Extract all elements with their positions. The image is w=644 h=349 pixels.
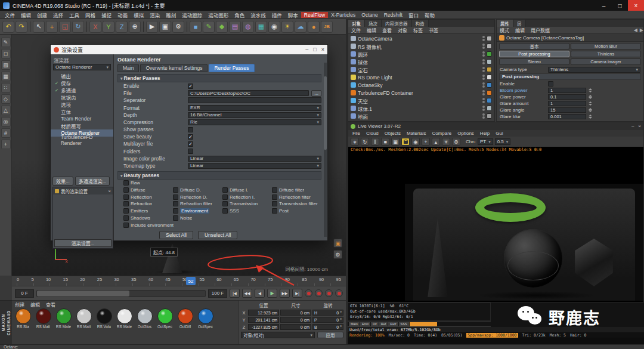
om-menu-bookmarks[interactable]: 书签 <box>426 27 441 33</box>
om-menu-file[interactable]: 文件 <box>348 27 364 33</box>
menu-mograph[interactable]: 运动图形 <box>205 11 231 18</box>
menu-window[interactable]: 窗口 <box>405 11 422 18</box>
select-tool-icon[interactable]: ↖ <box>33 21 45 33</box>
rot-b-field[interactable]: B0 ° <box>312 324 343 330</box>
tab-layers[interactable]: 层 <box>513 20 526 27</box>
prev-key-button[interactable]: ◀◀ <box>242 289 252 298</box>
visibility-dots[interactable] <box>482 98 485 103</box>
lv-minimize-button[interactable]: – <box>631 123 634 129</box>
lv-menu-help[interactable]: Help <box>477 131 493 136</box>
pause-icon[interactable]: ‖ <box>371 138 379 146</box>
visibility-dots[interactable] <box>482 106 485 111</box>
menu-snap[interactable]: 捕捉 <box>98 11 114 18</box>
pass-emitters-checkbox[interactable] <box>123 208 129 214</box>
tree-item-options[interactable]: 选项 <box>51 101 113 108</box>
tree-item-multipass[interactable]: ✓多通道 <box>51 87 113 94</box>
material-item[interactable]: OctSpec <box>156 308 174 329</box>
visibility-dots[interactable] <box>482 51 485 57</box>
material-item[interactable]: RS Matt <box>75 308 93 329</box>
my-settings-close-icon[interactable]: × <box>109 189 111 194</box>
unselect-all-button[interactable]: Unselect All <box>198 231 237 239</box>
material-item[interactable]: RS Mate <box>115 308 134 329</box>
menu-create[interactable]: 创建 <box>34 11 50 18</box>
axis-y-icon[interactable]: Y <box>103 21 114 33</box>
pass-sss-checkbox[interactable] <box>222 208 228 214</box>
tab-post-processing[interactable]: Post processing <box>499 51 569 57</box>
chip-dif[interactable]: Dif <box>371 322 379 326</box>
render-settings-icon[interactable]: ⚙ <box>172 21 184 33</box>
pos-z-field[interactable]: -1227.825 cm <box>248 324 279 330</box>
object-row-sphere-1[interactable]: 球体.1 <box>348 104 494 112</box>
dialog-titlebar[interactable]: 渲染设置 – □ × <box>51 45 327 54</box>
material-sphere[interactable] <box>178 308 193 324</box>
multipass-button[interactable]: 多通道渲染... <box>75 177 110 186</box>
tree-item-stereo[interactable]: 立体 <box>51 108 113 115</box>
seperator-field[interactable] <box>188 97 321 103</box>
material-sphere[interactable] <box>157 308 173 324</box>
undo-icon[interactable]: ↶ <box>2 21 14 33</box>
tag-chip[interactable] <box>487 82 492 88</box>
material-item[interactable]: OctSpec <box>196 308 215 329</box>
dialog-maximize-button[interactable]: □ <box>313 47 316 52</box>
stepper[interactable] <box>588 101 592 106</box>
save-beauty-checkbox[interactable]: ✓ <box>188 134 193 140</box>
snap-icon[interactable]: # <box>1 128 11 138</box>
sky-icon[interactable]: ☁ <box>295 21 306 33</box>
preview-range-slider[interactable] <box>36 290 206 297</box>
stepper[interactable] <box>588 107 592 113</box>
pp-enable-checkbox[interactable] <box>548 81 553 87</box>
mat-menu-view[interactable]: 查看 <box>46 301 55 307</box>
move-tool-icon[interactable]: + <box>46 21 58 33</box>
menu-script[interactable]: 脚本 <box>285 11 301 18</box>
render-picture-viewer-icon[interactable]: ▣ <box>159 21 171 33</box>
cube-primitive-icon[interactable]: ■ <box>190 21 202 33</box>
timeline-ruler[interactable]: 0 5 10 15 20 25 30 35 40 45 50 55 60 65 … <box>12 276 346 286</box>
include-environment-checkbox[interactable] <box>123 223 129 228</box>
deformer-icon[interactable]: ◍ <box>242 21 254 33</box>
material-tag[interactable] <box>487 59 492 64</box>
visibility-dots[interactable] <box>482 90 485 95</box>
renderer-select[interactable]: Octane Renderer <box>53 64 111 70</box>
end-frame-field[interactable]: 100 F <box>208 289 227 298</box>
pass-reflection-d-checkbox[interactable] <box>173 194 178 200</box>
file-path-field[interactable]: C:\Users\PC\Desktop\oc\OC <box>188 90 309 96</box>
glare-amount-field[interactable]: 1 <box>548 101 586 106</box>
glare-blur-field[interactable]: 0.001 <box>548 114 586 119</box>
record-position-button[interactable] <box>315 289 323 297</box>
tonemap-type-select[interactable]: Linear <box>188 163 321 169</box>
start-frame-field[interactable]: 0 F <box>15 289 34 298</box>
render-view-icon[interactable]: ▶ <box>146 21 158 33</box>
light-icon[interactable]: ☀ <box>442 138 450 146</box>
menu-xparticles[interactable]: X-Particles <box>328 12 358 18</box>
material-sphere[interactable] <box>76 308 92 324</box>
material-sphere[interactable] <box>56 308 72 324</box>
object-row-torus[interactable]: 圆环 <box>348 50 494 58</box>
chip-sss[interactable]: SSS <box>399 322 409 326</box>
menu-sculpt[interactable]: 雕刻 <box>163 11 179 18</box>
hud-gear-icon[interactable]: ⚙ <box>333 250 342 259</box>
pass-transmission-filter-checkbox[interactable] <box>272 201 277 206</box>
apply-button[interactable]: 应用 <box>317 332 343 338</box>
octane-render-icon[interactable]: ∗ <box>351 138 359 146</box>
menu-file[interactable]: 文件 <box>2 11 18 18</box>
menu-octane[interactable]: Octane <box>358 12 380 18</box>
menu-mesh[interactable]: 网格 <box>82 11 98 18</box>
visibility-dots[interactable] <box>482 67 485 72</box>
array-icon[interactable]: ▤ <box>229 21 241 33</box>
pass-reflection-checkbox[interactable] <box>123 194 129 200</box>
tag-chip[interactable] <box>487 98 492 103</box>
pass-diffuse-d-checkbox[interactable] <box>173 187 178 193</box>
tab-structure[interactable]: 构造 <box>412 20 429 27</box>
sample-field[interactable]: 0.5 <box>495 138 511 145</box>
stop-icon[interactable]: ■ <box>381 138 389 146</box>
pass-refraction-filter-checkbox[interactable] <box>173 201 178 206</box>
am-menu-edit[interactable]: 编辑 <box>512 27 528 33</box>
make-editable-icon[interactable]: ✎ <box>1 38 11 47</box>
lock-resolution-icon[interactable] <box>401 138 410 146</box>
axis-x-icon[interactable]: X <box>89 21 101 33</box>
tree-item-turbulencefd[interactable]: TurbulenceFD Renderer <box>51 137 113 144</box>
chip-emit[interactable]: Emit <box>360 322 370 326</box>
menu-tools[interactable]: 工具 <box>66 11 82 18</box>
scale-tool-icon[interactable]: ◱ <box>59 21 71 33</box>
floor-icon[interactable]: ▦ <box>255 21 267 33</box>
